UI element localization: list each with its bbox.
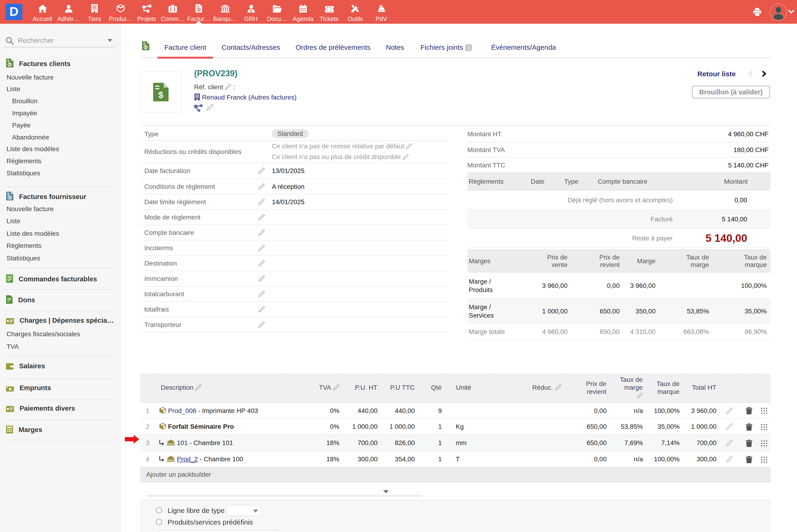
svg-text:$: $ — [9, 62, 11, 66]
svg-text:$: $ — [9, 195, 11, 199]
svg-text:$: $ — [198, 8, 200, 12]
svg-text:$: $ — [145, 45, 147, 49]
svg-text:$: $ — [159, 90, 163, 99]
